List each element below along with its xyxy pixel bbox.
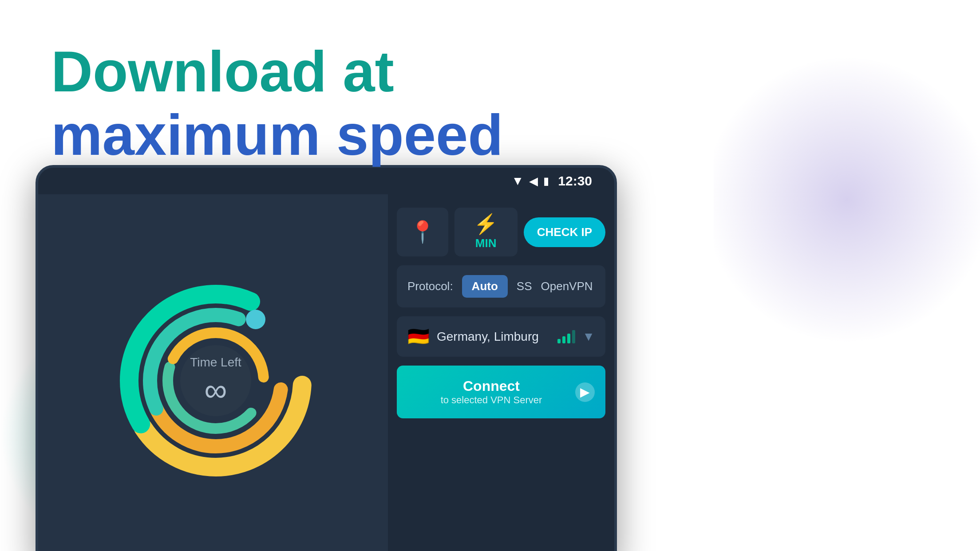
signal-bar-3 bbox=[567, 334, 570, 343]
headline-line1: Download at bbox=[51, 40, 503, 103]
signal-bar-2 bbox=[562, 336, 565, 343]
location-pin-icon: 📍 bbox=[409, 220, 436, 244]
server-dropdown-arrow[interactable]: ▼ bbox=[582, 330, 595, 344]
server-row[interactable]: 🇩🇪 Germany, Limburg ▼ bbox=[397, 316, 605, 357]
signal-strength-icon: ◀ bbox=[529, 174, 538, 188]
lightning-min-button[interactable]: ⚡ MIN bbox=[454, 208, 518, 256]
signal-bar-4 bbox=[572, 330, 575, 343]
check-ip-label: CHECK IP bbox=[537, 225, 592, 239]
donut-center: Time Left ∞ bbox=[162, 355, 269, 406]
connect-sub-text: to selected VPN Server bbox=[441, 394, 542, 406]
donut-chart: Time Left ∞ bbox=[105, 270, 327, 492]
signal-bar-1 bbox=[557, 339, 561, 343]
protocol-label: Protocol: bbox=[407, 279, 453, 293]
lightning-icon: ⚡ bbox=[474, 214, 498, 234]
status-icons: ▼ ◀ ▮ bbox=[512, 174, 549, 188]
left-panel: Time Left ∞ bbox=[38, 194, 393, 551]
protocol-openvpn-button[interactable]: OpenVPN bbox=[541, 279, 593, 293]
check-ip-button[interactable]: CHECK IP bbox=[524, 217, 605, 247]
location-button[interactable]: 📍 bbox=[397, 208, 448, 256]
time-left-label: Time Left bbox=[162, 355, 269, 370]
infinity-symbol: ∞ bbox=[162, 374, 269, 406]
protocol-ss-button[interactable]: SS bbox=[517, 279, 532, 293]
headline-line2: maximum speed bbox=[51, 103, 503, 167]
signal-bars bbox=[557, 330, 575, 343]
protocol-row: Protocol: Auto SS OpenVPN bbox=[397, 265, 605, 307]
wifi-icon: ▼ bbox=[512, 174, 524, 188]
top-buttons-row: 📍 ⚡ MIN CHECK IP bbox=[397, 208, 605, 256]
protocol-auto-button[interactable]: Auto bbox=[462, 275, 508, 298]
server-flag: 🇩🇪 bbox=[407, 326, 430, 347]
bg-purple-blob bbox=[714, 44, 980, 355]
device-frame: ▼ ◀ ▮ 12:30 bbox=[36, 165, 617, 551]
connect-main-text: Connect bbox=[463, 378, 520, 394]
connect-text-block: Connect to selected VPN Server bbox=[407, 378, 575, 406]
status-time: 12:30 bbox=[558, 173, 592, 189]
headline: Download at maximum speed bbox=[51, 40, 503, 167]
connect-arrow-icon: ▶ bbox=[575, 382, 595, 402]
battery-icon: ▮ bbox=[543, 175, 549, 187]
min-label: MIN bbox=[475, 236, 497, 250]
status-bar: ▼ ◀ ▮ 12:30 bbox=[38, 168, 614, 194]
svg-point-7 bbox=[246, 310, 265, 329]
right-panel: 📍 ⚡ MIN CHECK IP Protocol: Auto SS OpenV… bbox=[388, 194, 614, 551]
connect-button[interactable]: Connect to selected VPN Server ▶ bbox=[397, 366, 605, 418]
server-name: Germany, Limburg bbox=[437, 330, 550, 344]
